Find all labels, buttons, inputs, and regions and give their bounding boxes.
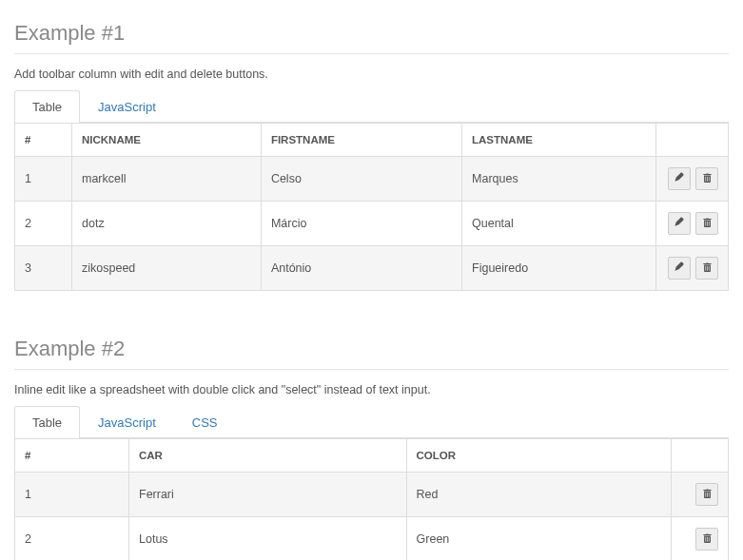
example-1-section: Example #1 Add toolbar column with edit … bbox=[14, 21, 729, 291]
cell-nickname: zikospeed bbox=[72, 246, 262, 291]
edit-button[interactable] bbox=[668, 167, 691, 190]
cell-nickname: dotz bbox=[72, 202, 262, 246]
col-actions bbox=[672, 439, 729, 473]
cell-index: 2 bbox=[15, 202, 72, 246]
cell-actions bbox=[655, 202, 728, 246]
tab-table[interactable]: Table bbox=[14, 406, 80, 438]
trash-icon bbox=[702, 488, 713, 501]
table-header-row: # NICKNAME FIRSTNAME LASTNAME bbox=[15, 124, 729, 157]
col-index: # bbox=[15, 124, 72, 157]
tab-javascript[interactable]: JavaScript bbox=[80, 90, 174, 123]
tab-css[interactable]: CSS bbox=[174, 406, 236, 438]
col-index: # bbox=[15, 439, 129, 473]
trash-icon bbox=[702, 172, 713, 185]
col-nickname: NICKNAME bbox=[72, 124, 262, 157]
cell-actions bbox=[655, 246, 728, 291]
cell-firstname: António bbox=[261, 246, 461, 291]
cell-actions bbox=[672, 517, 729, 561]
col-color: COLOR bbox=[406, 439, 671, 473]
trash-icon bbox=[702, 217, 713, 230]
example-2-table: # CAR COLOR 1 Ferrari Red 2 Lotus Green bbox=[14, 438, 729, 560]
example-1-tabs: Table JavaScript bbox=[14, 90, 729, 123]
cell-nickname: markcell bbox=[72, 157, 262, 202]
table-row: 2 Lotus Green bbox=[15, 517, 729, 561]
pencil-icon bbox=[674, 172, 684, 185]
col-lastname: LASTNAME bbox=[462, 124, 655, 157]
table-row: 3 zikospeed António Figueiredo bbox=[15, 246, 729, 291]
tab-javascript[interactable]: JavaScript bbox=[80, 406, 174, 438]
cell-lastname: Quental bbox=[462, 202, 655, 246]
delete-button[interactable] bbox=[695, 257, 718, 280]
col-car: CAR bbox=[129, 439, 407, 473]
cell-car[interactable]: Lotus bbox=[129, 517, 407, 561]
example-2-section: Example #2 Inline edit like a spreadshee… bbox=[14, 337, 729, 560]
cell-index: 2 bbox=[15, 517, 129, 561]
example-2-title: Example #2 bbox=[14, 337, 729, 361]
example-2-tabs: Table JavaScript CSS bbox=[14, 406, 729, 438]
cell-actions bbox=[655, 157, 728, 202]
cell-lastname: Figueiredo bbox=[462, 246, 655, 291]
cell-firstname: Celso bbox=[261, 157, 461, 202]
table-row: 1 markcell Celso Marques bbox=[15, 157, 729, 202]
trash-icon bbox=[702, 261, 713, 275]
divider bbox=[14, 369, 729, 370]
table-row: 2 dotz Márcio Quental bbox=[15, 202, 729, 246]
pencil-icon bbox=[674, 261, 684, 275]
pencil-icon bbox=[674, 217, 684, 230]
edit-button[interactable] bbox=[668, 212, 691, 235]
example-1-table: # NICKNAME FIRSTNAME LASTNAME 1 markcell… bbox=[14, 123, 729, 291]
cell-color[interactable]: Green bbox=[406, 517, 671, 561]
table-header-row: # CAR COLOR bbox=[15, 439, 729, 473]
cell-index: 1 bbox=[15, 157, 72, 202]
tab-table[interactable]: Table bbox=[14, 90, 80, 123]
table-row: 1 Ferrari Red bbox=[15, 473, 729, 517]
example-2-description: Inline edit like a spreadsheet with doub… bbox=[14, 383, 729, 396]
cell-index: 3 bbox=[15, 246, 72, 291]
edit-button[interactable] bbox=[668, 257, 691, 280]
delete-button[interactable] bbox=[695, 212, 718, 235]
delete-button[interactable] bbox=[695, 167, 718, 190]
delete-button[interactable] bbox=[695, 528, 718, 550]
cell-index: 1 bbox=[15, 473, 129, 517]
cell-actions bbox=[672, 473, 729, 517]
example-1-description: Add toolbar column with edit and delete … bbox=[14, 68, 729, 81]
delete-button[interactable] bbox=[695, 483, 718, 506]
cell-lastname: Marques bbox=[462, 157, 655, 202]
cell-firstname: Márcio bbox=[261, 202, 461, 246]
divider bbox=[14, 53, 729, 54]
col-firstname: FIRSTNAME bbox=[261, 124, 461, 157]
cell-car[interactable]: Ferrari bbox=[129, 473, 407, 517]
trash-icon bbox=[702, 532, 713, 546]
col-actions bbox=[655, 124, 728, 157]
example-1-title: Example #1 bbox=[14, 21, 729, 46]
cell-color[interactable]: Red bbox=[406, 473, 671, 517]
